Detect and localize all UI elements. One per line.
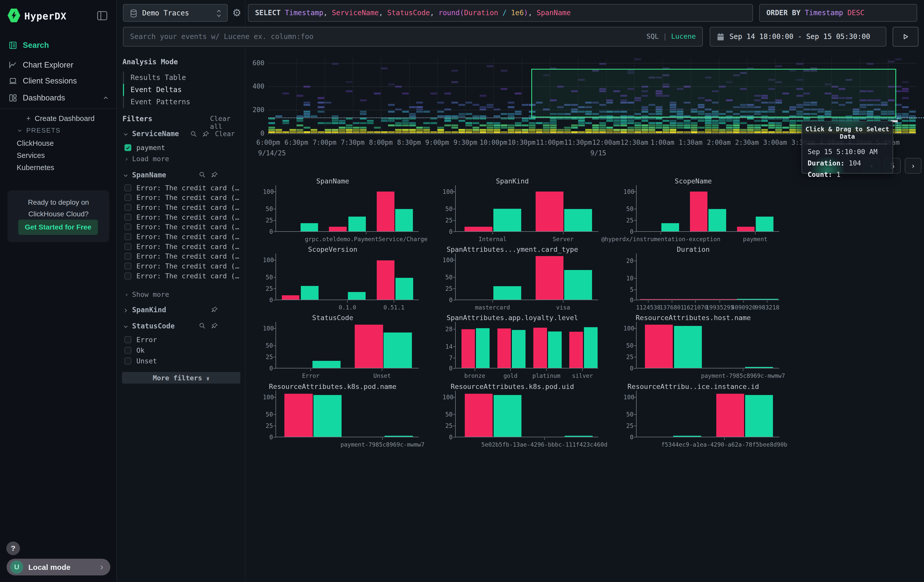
filter-checkbox-row[interactable]: Error: The credit card (… [124,232,236,242]
sidebar-item-search[interactable]: Search [0,38,117,52]
checkbox[interactable] [124,185,131,191]
preset-services[interactable]: Services [17,151,45,160]
y-tick-label: 25 [263,353,273,361]
more-filters-button[interactable]: More filters ∨ [122,372,240,384]
analysis-mode-item[interactable]: Results Table [123,72,239,84]
filter-group-spankind[interactable]: SpanKind [122,306,240,316]
y-tick-label: 25 [624,217,634,224]
bar [493,286,521,300]
y-tick-mark [634,425,636,426]
y-tick-mark [453,346,455,347]
bar [674,326,702,368]
filter-checkbox-row[interactable]: Error [124,335,236,345]
x-tick-mark [582,369,583,371]
filter-group-servicename[interactable]: ServiceName Clear [122,130,240,140]
checkbox[interactable] [124,336,131,343]
chart-plot[interactable] [276,256,419,300]
pin-icon[interactable] [203,130,210,137]
y-axis-cap [276,254,276,256]
search-icon[interactable] [199,322,206,329]
chart-line-icon [8,61,17,69]
filter-group-statuscode[interactable]: StatusCode [122,322,240,332]
y-axis-cap [455,322,456,324]
y-tick-mark [274,300,276,300]
filter-checkbox-row[interactable]: Error: The credit card (… [124,183,236,193]
y-tick-mark [274,368,276,369]
analysis-mode-item[interactable]: Event Deltas [123,84,239,96]
filter-checkbox-row[interactable]: Error: The credit card (… [124,241,236,252]
checkbox[interactable] [124,223,131,230]
chart-plot[interactable] [276,393,419,437]
filter-checkbox-row[interactable]: Error: The credit card (… [124,193,236,203]
preset-kubernetes[interactable]: Kubernetes [17,163,54,172]
pin-icon[interactable] [211,171,218,178]
chart-plot[interactable] [455,324,598,368]
search-icon[interactable] [190,130,197,137]
chart-plot[interactable] [455,256,598,300]
sidebar-item-client-sessions[interactable]: Client Sessions [0,74,117,88]
sidebar-item-dashboards[interactable]: Dashboards [0,91,117,105]
checkbox[interactable] [124,272,131,279]
pin-icon[interactable] [211,306,218,313]
checkbox[interactable] [124,347,131,354]
y-tick-mark [634,209,636,209]
checkbox[interactable] [124,194,131,201]
checkbox[interactable] [124,144,131,151]
help-button[interactable]: ? [6,541,20,555]
filter-checkbox-row[interactable]: Error: The credit card (… [124,212,236,222]
bar [284,394,313,437]
chart-plot[interactable] [636,324,779,368]
chart-plot[interactable] [636,187,779,232]
chart-plot[interactable] [636,256,779,300]
filter-checkbox-row[interactable]: Ok [124,345,236,355]
search-journal-icon [8,41,17,49]
checkbox[interactable] [124,214,131,221]
filter-group-spanname[interactable]: SpanName [122,171,240,181]
sidebar-item-chart-explorer[interactable]: Chart Explorer [0,58,117,72]
x-tick-mark [475,369,475,371]
presets-toggle[interactable]: PRESETS [17,127,61,134]
y-tick-mark [453,277,455,278]
filter-checkbox-row[interactable]: Error: The credit card (… [124,261,236,271]
search-icon[interactable] [199,171,206,178]
filter-checkbox-row[interactable]: Error: The credit card (… [124,222,236,232]
y-tick-label: 10 [624,275,634,282]
clear-all-filters[interactable]: Clear all [210,115,245,130]
clear-group-button[interactable]: Clear [215,130,235,138]
y-tick-mark [274,220,276,221]
checkbox[interactable] [124,358,131,364]
user-menu[interactable]: U Local mode › [7,559,110,575]
checkbox[interactable] [124,253,131,260]
pin-icon[interactable] [211,322,218,329]
y-tick-mark [634,220,636,221]
load-more-button[interactable]: ›Load more [124,155,169,163]
filter-checkbox-row[interactable]: Error: The credit card (… [124,271,236,281]
chart-plot[interactable] [276,324,419,368]
checkbox[interactable] [124,243,131,250]
y-tick-mark [634,328,636,329]
checkbox[interactable] [124,233,131,240]
create-dashboard-button[interactable]: +Create Dashboard [26,114,95,123]
y-tick-mark [453,289,455,289]
filter-checkbox-row[interactable]: Error: The credit card (… [124,202,236,212]
filter-checkbox-row[interactable]: Unset [124,356,236,366]
x-tick-mark [310,369,311,371]
sidebar-collapse-button[interactable] [97,11,108,21]
chart-plot[interactable] [636,393,779,437]
chart-plot[interactable] [276,187,419,232]
filter-checkbox-row[interactable]: Error: The credit card (… [124,251,236,261]
x-tick-label: payment-7985c8969c-mwmw7 [317,441,448,448]
chart-plot[interactable] [455,393,598,437]
clickhouse-cloud-promo-card: Ready to deploy on ClickHouse Cloud? Get… [8,190,109,242]
hyperdx-logo-icon[interactable] [8,8,20,23]
checkbox[interactable] [124,263,131,269]
checkbox[interactable] [124,204,131,211]
filter-checkbox-row[interactable]: payment [124,142,236,153]
chart-plot[interactable] [455,187,598,232]
get-started-button[interactable]: Get Started for Free [18,220,98,235]
preset-clickhouse[interactable]: ClickHouse [17,139,54,148]
analysis-mode-item[interactable]: Event Patterns [123,96,239,108]
show-more-button[interactable]: ›Show more [124,290,169,298]
y-tick-mark [453,437,455,437]
chart-title: ResourceAttributes.k8s.pod.name [263,383,403,391]
